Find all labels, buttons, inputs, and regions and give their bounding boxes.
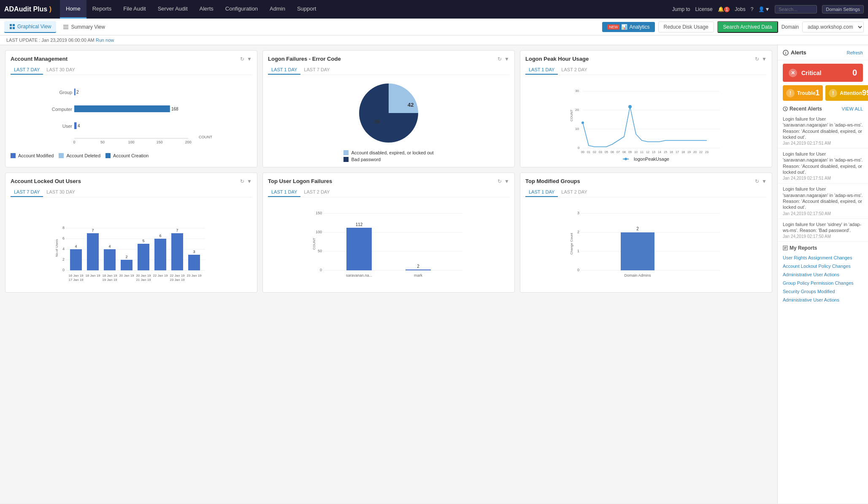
time-tab-7day[interactable]: LAST 7 DAY [300,65,333,75]
svg-rect-4 [63,25,68,26]
account-management-chart: Group Computer User 2 168 4 [11,79,252,160]
svg-text:15: 15 [664,151,667,154]
attention-alert-box[interactable]: ! Attention 99 [825,85,868,101]
main-nav-tabs: Home Reports File Audit Server Audit Ale… [60,0,322,19]
refresh-chart-btn[interactable]: ↻ [240,56,244,62]
svg-text:200: 200 [185,140,191,144]
view-all-button[interactable]: VIEW ALL [842,106,863,111]
svg-rect-79 [138,244,149,270]
nav-tab-reports[interactable]: Reports [87,0,118,19]
more-options-btn[interactable]: ▼ [762,56,767,62]
alert-item-4: Login failure for User 'sidney' in 'adap… [778,219,868,242]
svg-text:8: 8 [62,226,65,230]
svg-text:01: 01 [587,151,590,154]
svg-text:23 Jan 19: 23 Jan 19 [187,274,202,278]
nav-tab-admin[interactable]: Admin [264,0,291,19]
search-input[interactable] [775,5,817,13]
report-item-1[interactable]: User Rights Assignment Changes [783,253,863,262]
sub-navigation: Graphical View Summary View NEW 📊 Analyt… [0,19,868,35]
refresh-chart-btn[interactable]: ↻ [498,56,502,62]
nav-tab-file-audit[interactable]: File Audit [117,0,151,19]
reduce-disk-button[interactable]: Reduce Disk Usage [658,22,714,32]
sidebar-alerts-header: i Alerts Refresh [778,45,868,60]
svg-text:150: 150 [156,140,162,144]
legend-account-creation: Account Creation [105,153,149,158]
time-tab-7day[interactable]: LAST 7 DAY [11,65,43,75]
user-icon[interactable]: 👤▼ [758,6,770,12]
bar-chart-svg: COUNT 0 50 100 150 112 [268,202,509,286]
search-archived-button[interactable]: Search Archived Data [717,21,778,33]
more-options-btn[interactable]: ▼ [247,56,252,62]
svg-text:50: 50 [318,249,322,253]
svg-text:19: 19 [687,151,691,154]
refresh-chart-btn[interactable]: ↻ [498,178,502,184]
domain-settings-button[interactable]: Domain Settings [822,5,864,13]
nav-tab-configuration[interactable]: Configuration [219,0,264,19]
refresh-chart-btn[interactable]: ↻ [240,178,244,184]
report-item-4[interactable]: Group Policy Permission Changes [783,279,863,287]
legend-color-modified [11,153,16,158]
time-tab-2day[interactable]: LAST 2 DAY [558,65,590,75]
domain-selector[interactable]: adap.workshop.com [802,22,864,32]
time-tabs: LAST 1 DAY LAST 2 DAY [268,188,509,197]
alert-trouble-attention-row: ! Trouble 1 ! Attention 99 [783,85,863,101]
more-options-btn[interactable]: ▼ [247,178,252,184]
more-options-btn[interactable]: ▼ [504,178,509,184]
svg-text:Change Count: Change Count [570,232,573,254]
dashboard-grid: Account Management ↻ ▼ LAST 7 DAY LAST 3… [5,50,772,293]
time-tab-30day[interactable]: LAST 30 DAY [43,188,78,197]
svg-rect-71 [70,249,82,270]
nav-tab-server-audit[interactable]: Server Audit [152,0,194,19]
report-item-3[interactable]: Administrative User Actions [783,270,863,279]
alerts-refresh-button[interactable]: Refresh [846,50,863,55]
time-tab-1day[interactable]: LAST 1 DAY [525,188,558,197]
jump-to-link[interactable]: Jump to [672,6,690,12]
alert-text-3: Login failure for User 'saravanan.nagara… [783,186,863,210]
top-user-logon-card: Top User Logon Failures ↻ ▼ LAST 1 DAY L… [262,172,515,293]
run-now-link[interactable]: Run now [96,38,114,43]
report-item-5[interactable]: Security Groups Modified [783,287,863,296]
analytics-button[interactable]: NEW 📊 Analytics [602,22,654,32]
time-tab-2day[interactable]: LAST 2 DAY [300,188,333,197]
time-tab-1day[interactable]: LAST 1 DAY [268,65,300,75]
svg-rect-83 [171,233,183,270]
critical-alert-box[interactable]: ✕ Critical 0 [783,64,863,82]
card-header: Account Management ↻ ▼ [11,56,252,62]
card-actions: ↻ ▼ [498,56,509,62]
svg-text:2: 2 [636,226,639,231]
nav-tab-support[interactable]: Support [291,0,322,19]
svg-rect-85 [188,255,200,270]
legend-account-modified: Account Modified [11,153,54,158]
alerts-title: i Alerts [783,49,806,56]
time-tab-2day[interactable]: LAST 2 DAY [558,188,590,197]
svg-text:2: 2 [577,230,579,234]
help-button[interactable]: ? [751,6,754,12]
critical-count: 0 [852,68,857,78]
refresh-chart-btn[interactable]: ↻ [755,178,759,184]
svg-text:19 Jan 19: 19 Jan 19 [102,278,117,282]
card-title: Account Management [11,56,68,62]
time-tab-30day[interactable]: LAST 30 DAY [43,65,78,75]
nav-tab-alerts[interactable]: Alerts [194,0,219,19]
more-options-btn[interactable]: ▼ [504,56,509,62]
list-icon [63,24,69,30]
svg-text:2: 2 [125,255,127,259]
time-tab-1day[interactable]: LAST 1 DAY [525,65,558,75]
card-header: Logon Failures - Error Code ↻ ▼ [268,56,509,62]
sub-nav-right-controls: NEW 📊 Analytics Reduce Disk Usage Search… [602,21,864,33]
tab-graphical-view[interactable]: Graphical View [4,21,56,33]
time-tab-7day[interactable]: LAST 7 DAY [11,188,43,197]
notification-bell[interactable]: 🔔1 [718,6,730,12]
time-tab-1day[interactable]: LAST 1 DAY [268,188,300,197]
nav-tab-home[interactable]: Home [60,0,87,19]
more-options-btn[interactable]: ▼ [762,178,767,184]
svg-text:3: 3 [577,211,579,215]
tab-summary-view[interactable]: Summary View [58,22,110,32]
report-item-2[interactable]: Account Lockout Policy Changes [783,262,863,270]
refresh-chart-btn[interactable]: ↻ [755,56,759,62]
trouble-alert-box[interactable]: ! Trouble 1 [783,85,823,101]
license-link[interactable]: License [695,6,712,12]
report-item-6[interactable]: Administrative User Actions [783,296,863,304]
jobs-link[interactable]: Jobs [735,6,745,12]
svg-text:18 Jan 19: 18 Jan 19 [85,274,100,278]
